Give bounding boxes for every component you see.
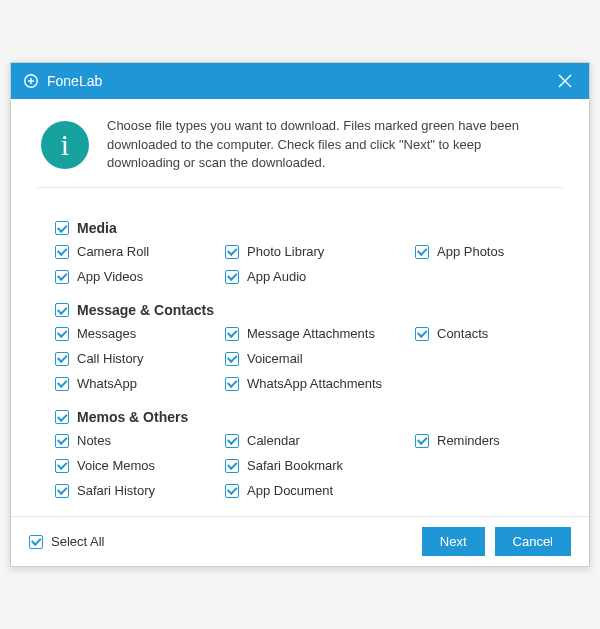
filetype-label: WhatsApp [77, 376, 137, 391]
filetype-item [415, 458, 545, 473]
dialog-window: FoneLab i Choose file types you want to … [10, 62, 590, 568]
section-checkbox[interactable] [55, 410, 69, 424]
select-all-label: Select All [51, 534, 104, 549]
close-button[interactable] [553, 69, 577, 93]
app-title: FoneLab [47, 73, 102, 89]
section: Message & ContactsMessagesMessage Attach… [55, 302, 545, 391]
footer: Select All Next Cancel [11, 516, 589, 566]
filetype-label: App Audio [247, 269, 306, 284]
filetype-label: Call History [77, 351, 143, 366]
content: i Choose file types you want to download… [11, 99, 589, 517]
filetype-item: App Photos [415, 244, 545, 259]
filetype-item: Call History [55, 351, 225, 366]
filetype-item: Message Attachments [225, 326, 415, 341]
filetype-item: Messages [55, 326, 225, 341]
select-all-checkbox[interactable] [29, 535, 43, 549]
sections-container: MediaCamera RollPhoto LibraryApp PhotosA… [37, 196, 563, 516]
section-checkbox[interactable] [55, 303, 69, 317]
filetype-item: Safari History [55, 483, 225, 498]
filetype-label: WhatsApp Attachments [247, 376, 382, 391]
next-button[interactable]: Next [422, 527, 485, 556]
filetype-item: App Audio [225, 269, 415, 284]
filetype-checkbox[interactable] [225, 459, 239, 473]
filetype-checkbox[interactable] [415, 245, 429, 259]
section-title: Memos & Others [77, 409, 188, 425]
app-icon [23, 73, 39, 89]
filetype-checkbox[interactable] [55, 459, 69, 473]
filetype-checkbox[interactable] [415, 434, 429, 448]
filetype-item: Notes [55, 433, 225, 448]
filetype-checkbox[interactable] [55, 434, 69, 448]
filetype-item: Calendar [225, 433, 415, 448]
filetype-item: Voice Memos [55, 458, 225, 473]
filetype-label: Voicemail [247, 351, 303, 366]
filetype-checkbox[interactable] [225, 484, 239, 498]
filetype-item: Safari Bookmark [225, 458, 415, 473]
close-icon [557, 73, 573, 89]
titlebar: FoneLab [11, 63, 589, 99]
info-icon: i [41, 121, 89, 169]
filetype-label: Reminders [437, 433, 500, 448]
divider [37, 187, 563, 188]
filetype-label: Safari History [77, 483, 155, 498]
filetype-label: App Document [247, 483, 333, 498]
filetype-item: WhatsApp [55, 376, 225, 391]
filetype-checkbox[interactable] [55, 245, 69, 259]
section: MediaCamera RollPhoto LibraryApp PhotosA… [55, 220, 545, 284]
section-title: Message & Contacts [77, 302, 214, 318]
filetype-item: Voicemail [225, 351, 415, 366]
section-grid: NotesCalendarRemindersVoice MemosSafari … [55, 433, 545, 498]
filetype-checkbox[interactable] [55, 352, 69, 366]
section-header: Media [55, 220, 545, 236]
cancel-button[interactable]: Cancel [495, 527, 571, 556]
filetype-label: Message Attachments [247, 326, 375, 341]
section-header: Memos & Others [55, 409, 545, 425]
filetype-item [415, 351, 545, 366]
filetype-item: Photo Library [225, 244, 415, 259]
filetype-label: Photo Library [247, 244, 324, 259]
filetype-checkbox[interactable] [225, 352, 239, 366]
section-header: Message & Contacts [55, 302, 545, 318]
filetype-checkbox[interactable] [415, 327, 429, 341]
filetype-label: Safari Bookmark [247, 458, 343, 473]
section-grid: MessagesMessage AttachmentsContactsCall … [55, 326, 545, 391]
intro-text: Choose file types you want to download. … [107, 117, 555, 174]
filetype-checkbox[interactable] [225, 270, 239, 284]
filetype-checkbox[interactable] [225, 434, 239, 448]
filetype-item: Reminders [415, 433, 545, 448]
filetype-item: WhatsApp Attachments [225, 376, 415, 391]
filetype-label: Calendar [247, 433, 300, 448]
intro-row: i Choose file types you want to download… [37, 115, 563, 188]
filetype-checkbox[interactable] [55, 327, 69, 341]
filetype-label: Messages [77, 326, 136, 341]
filetype-checkbox[interactable] [225, 245, 239, 259]
filetype-checkbox[interactable] [225, 377, 239, 391]
filetype-item: Camera Roll [55, 244, 225, 259]
select-all-row: Select All [29, 534, 104, 549]
titlebar-left: FoneLab [23, 73, 102, 89]
filetype-label: Notes [77, 433, 111, 448]
filetype-label: Contacts [437, 326, 488, 341]
filetype-label: Camera Roll [77, 244, 149, 259]
filetype-checkbox[interactable] [225, 327, 239, 341]
footer-buttons: Next Cancel [422, 527, 571, 556]
filetype-checkbox[interactable] [55, 270, 69, 284]
filetype-label: App Photos [437, 244, 504, 259]
section-checkbox[interactable] [55, 221, 69, 235]
filetype-checkbox[interactable] [55, 377, 69, 391]
filetype-label: App Videos [77, 269, 143, 284]
filetype-item: Contacts [415, 326, 545, 341]
section: Memos & OthersNotesCalendarRemindersVoic… [55, 409, 545, 498]
filetype-item: App Videos [55, 269, 225, 284]
section-grid: Camera RollPhoto LibraryApp PhotosApp Vi… [55, 244, 545, 284]
section-title: Media [77, 220, 117, 236]
filetype-checkbox[interactable] [55, 484, 69, 498]
filetype-label: Voice Memos [77, 458, 155, 473]
filetype-item: App Document [225, 483, 415, 498]
